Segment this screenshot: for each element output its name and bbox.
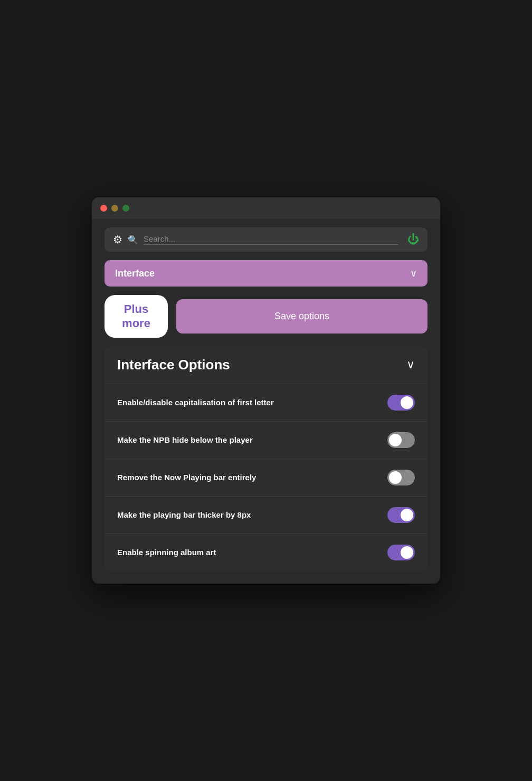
- close-button[interactable]: [100, 205, 107, 212]
- option-row-remove-npb: Remove the Now Playing bar entirely: [104, 459, 428, 497]
- toggle-slider-npb-hide: [387, 432, 415, 448]
- interface-dropdown[interactable]: Interface ∨: [104, 260, 428, 287]
- option-row-capitalisation: Enable/disable capitalisation of first l…: [104, 384, 428, 422]
- panel-header: Interface Options ∨: [104, 346, 428, 384]
- minimize-button[interactable]: [111, 205, 118, 212]
- option-label-npb-hide: Make the NPB hide below the player: [117, 434, 253, 445]
- toggle-capitalisation[interactable]: [387, 395, 415, 411]
- down-arrow-icon: ▼: [104, 440, 107, 462]
- app-window: ⚙ 🔍 ⏻ Interface ∨ Plusmore Save options …: [92, 197, 440, 584]
- panel-collapse-icon[interactable]: ∨: [406, 358, 415, 372]
- toggle-spinning-art[interactable]: [387, 545, 415, 560]
- toggle-npb-hide[interactable]: [387, 432, 415, 448]
- interface-options-panel: ▼ Interface Options ∨ Enable/disable cap…: [104, 346, 428, 571]
- toggle-slider-thicker-bar: [387, 507, 415, 523]
- toggle-slider-capitalisation: [387, 395, 415, 411]
- option-label-remove-npb: Remove the Now Playing bar entirely: [117, 472, 256, 483]
- search-input[interactable]: [144, 234, 398, 245]
- power-icon[interactable]: ⏻: [407, 233, 419, 246]
- toggle-remove-npb[interactable]: [387, 470, 415, 485]
- plus-more-text: Plusmore: [114, 302, 158, 330]
- option-row-spinning-art: Enable spinning album art: [104, 534, 428, 571]
- option-row-npb-hide: Make the NPB hide below the player: [104, 422, 428, 459]
- option-label-thicker-bar: Make the playing bar thicker by 8px: [117, 509, 251, 520]
- gear-icon[interactable]: ⚙: [113, 233, 122, 246]
- interface-dropdown-label: Interface: [115, 268, 155, 279]
- panel-title: Interface Options: [117, 357, 230, 373]
- option-row-thicker-bar: Make the playing bar thicker by 8px: [104, 497, 428, 534]
- maximize-button[interactable]: [122, 205, 129, 212]
- save-options-button[interactable]: Save options: [176, 299, 428, 334]
- search-icon: 🔍: [128, 235, 138, 245]
- option-label-spinning-art: Enable spinning album art: [117, 547, 216, 558]
- toolbar: ⚙ 🔍 ⏻: [92, 219, 440, 260]
- chevron-down-icon: ∨: [410, 268, 417, 279]
- toggle-slider-remove-npb: [387, 470, 415, 485]
- toggle-slider-spinning-art: [387, 545, 415, 560]
- plus-more-badge: Plusmore: [104, 295, 168, 338]
- toggle-thicker-bar[interactable]: [387, 507, 415, 523]
- option-label-capitalisation: Enable/disable capitalisation of first l…: [117, 397, 274, 408]
- titlebar: [92, 197, 440, 219]
- search-bar: ⚙ 🔍 ⏻: [104, 227, 428, 252]
- actions-row: Plusmore Save options: [104, 295, 428, 338]
